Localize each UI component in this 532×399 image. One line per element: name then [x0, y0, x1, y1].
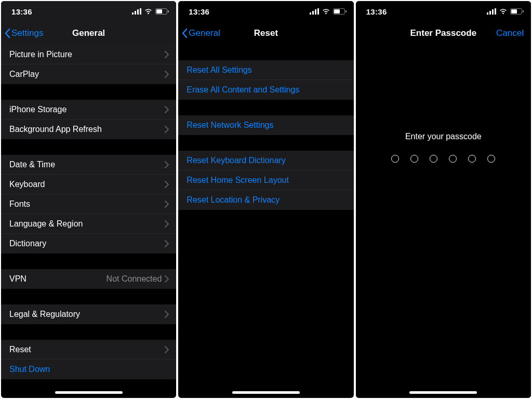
chevron-right-icon	[165, 181, 169, 188]
row-shut-down[interactable]: Shut Down	[1, 360, 176, 379]
chevron-right-icon	[165, 161, 169, 168]
row-picture-in-picture[interactable]: Picture in Picture	[1, 45, 176, 64]
row-label: Erase All Content and Settings	[187, 85, 346, 95]
svg-rect-17	[495, 8, 496, 15]
nav-bar: Settings General	[1, 22, 176, 45]
row-reset-home-screen-layout[interactable]: Reset Home Screen Layout	[178, 170, 353, 190]
row-label: Dictionary	[9, 239, 165, 248]
row-detail-value: Not Connected	[107, 274, 162, 284]
screen-reset: 13:36 General Reset Reset All Settings E…	[178, 1, 353, 398]
back-label: Settings	[11, 28, 43, 38]
back-button-settings[interactable]: Settings	[4, 28, 43, 38]
battery-icon	[510, 8, 524, 15]
status-bar: 13:36	[1, 1, 176, 22]
row-label: Reset Keyboard Dictionary	[187, 156, 346, 165]
row-label: Fonts	[9, 200, 165, 209]
svg-rect-2	[137, 9, 139, 15]
wifi-icon	[499, 8, 508, 15]
svg-rect-5	[156, 9, 162, 14]
nav-title-enter-passcode: Enter Passcode	[410, 28, 477, 38]
row-label: Legal & Regulatory	[9, 310, 165, 319]
chevron-right-icon	[165, 346, 169, 353]
passcode-dot	[449, 155, 457, 163]
svg-rect-19	[511, 9, 517, 14]
cellular-icon	[487, 8, 496, 15]
chevron-right-icon	[165, 126, 169, 133]
cellular-icon	[132, 8, 141, 15]
nav-title-reset: Reset	[254, 28, 278, 38]
row-reset-location-privacy[interactable]: Reset Location & Privacy	[178, 190, 353, 210]
passcode-dot	[391, 155, 399, 163]
chevron-left-icon	[4, 28, 10, 38]
svg-rect-8	[312, 11, 314, 15]
svg-rect-12	[334, 9, 340, 14]
row-dictionary[interactable]: Dictionary	[1, 234, 176, 254]
chevron-right-icon	[165, 275, 169, 283]
passcode-dot	[410, 155, 418, 163]
row-legal-regulatory[interactable]: Legal & Regulatory	[1, 304, 176, 324]
svg-rect-10	[317, 8, 319, 15]
chevron-right-icon	[165, 311, 169, 318]
cancel-button[interactable]: Cancel	[496, 28, 524, 38]
passcode-dot	[430, 155, 437, 163]
home-indicator[interactable]	[55, 391, 123, 394]
status-bar: 13:36	[178, 1, 353, 22]
passcode-dots[interactable]	[391, 155, 495, 163]
battery-icon	[155, 8, 169, 15]
chevron-right-icon	[165, 71, 169, 78]
svg-rect-16	[492, 9, 494, 15]
row-background-app-refresh[interactable]: Background App Refresh	[1, 119, 176, 139]
chevron-right-icon	[165, 240, 169, 247]
passcode-dot	[468, 155, 476, 163]
row-label: CarPlay	[9, 70, 165, 79]
wifi-icon	[322, 8, 330, 15]
row-label: iPhone Storage	[9, 105, 165, 114]
row-iphone-storage[interactable]: iPhone Storage	[1, 100, 176, 119]
nav-bar: General Reset	[178, 22, 353, 45]
chevron-left-icon	[181, 28, 188, 38]
row-label: Picture in Picture	[9, 50, 165, 59]
row-label: Reset	[9, 345, 165, 354]
chevron-right-icon	[165, 220, 169, 228]
svg-rect-1	[135, 11, 136, 15]
row-erase-all-content[interactable]: Erase All Content and Settings	[178, 80, 353, 100]
svg-rect-15	[489, 11, 491, 15]
general-content: Picture in Picture CarPlay iPhone Storag…	[1, 45, 176, 398]
row-label: Background App Refresh	[9, 125, 165, 134]
row-label: VPN	[9, 274, 107, 284]
row-label: Reset All Settings	[187, 65, 346, 75]
svg-rect-6	[168, 10, 169, 12]
row-label: Reset Home Screen Layout	[187, 176, 346, 185]
screen-general: 13:36 Settings General Picture in Pictur…	[1, 1, 176, 398]
passcode-area: Enter your passcode	[356, 45, 531, 398]
row-reset-all-settings[interactable]: Reset All Settings	[178, 60, 353, 80]
row-carplay[interactable]: CarPlay	[1, 64, 176, 84]
row-fonts[interactable]: Fonts	[1, 194, 176, 214]
passcode-dot	[487, 155, 495, 163]
home-indicator[interactable]	[232, 391, 300, 394]
row-language-region[interactable]: Language & Region	[1, 214, 176, 234]
row-label: Reset Location & Privacy	[187, 195, 346, 205]
nav-title-general: General	[72, 28, 105, 38]
svg-rect-3	[140, 8, 141, 15]
row-reset-keyboard-dictionary[interactable]: Reset Keyboard Dictionary	[178, 151, 353, 170]
back-button-general[interactable]: General	[181, 28, 220, 38]
row-date-time[interactable]: Date & Time	[1, 155, 176, 175]
chevron-right-icon	[165, 201, 169, 208]
row-vpn[interactable]: VPN Not Connected	[1, 269, 176, 289]
screen-enter-passcode: 13:36 Enter Passcode Cancel Enter your p…	[356, 1, 531, 398]
nav-bar: Enter Passcode Cancel	[356, 22, 531, 45]
status-indicators	[132, 8, 169, 15]
row-reset[interactable]: Reset	[1, 340, 176, 360]
svg-rect-7	[310, 12, 311, 15]
row-label: Reset Network Settings	[187, 121, 346, 130]
battery-icon	[333, 8, 347, 15]
cellular-icon	[310, 8, 319, 15]
row-reset-network-settings[interactable]: Reset Network Settings	[178, 115, 353, 135]
row-keyboard[interactable]: Keyboard	[1, 175, 176, 194]
home-indicator[interactable]	[409, 391, 477, 394]
status-time: 13:36	[366, 7, 387, 16]
back-label: General	[189, 28, 220, 38]
svg-rect-9	[315, 9, 316, 15]
status-time: 13:36	[189, 7, 209, 16]
